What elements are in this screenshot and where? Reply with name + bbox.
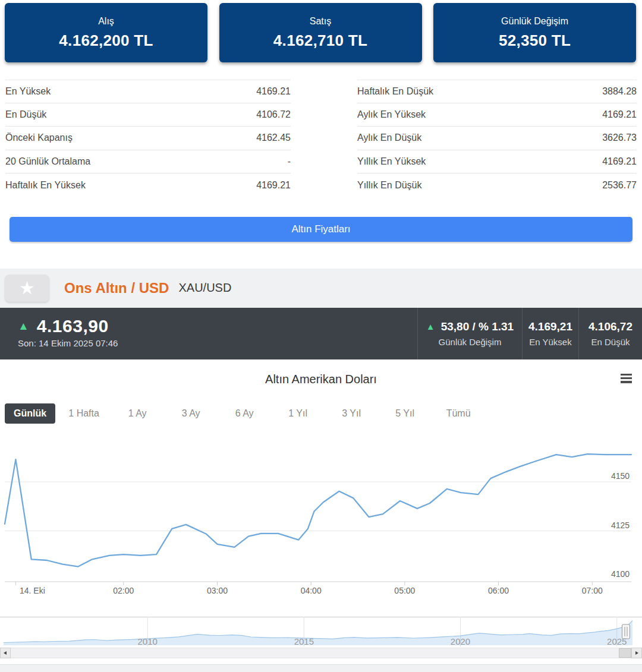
- stat-value: 4169.21: [256, 86, 291, 97]
- range-5year[interactable]: 5 Yıl: [378, 408, 432, 419]
- stat-label: Yıllık En Düşük: [357, 180, 421, 191]
- right-triangle-icon: [634, 651, 639, 655]
- svg-text:2010: 2010: [137, 636, 157, 646]
- range-selector: Günlük 1 Hafta 1 Ay 3 Ay 6 Ay 1 Yıl 3 Yı…: [5, 403, 642, 424]
- ticker-cells: ▲53,80 / % 1.31 Günlük Değişim 4.169,21 …: [417, 308, 642, 359]
- range-6month[interactable]: 6 Ay: [218, 408, 271, 419]
- star-icon: ★: [19, 279, 35, 297]
- stat-row: Haftalık En Yüksek4169.21: [5, 173, 291, 197]
- stat-label: Haftalık En Düşük: [357, 86, 433, 97]
- stat-label: Aylık En Yüksek: [357, 109, 426, 120]
- stat-row: En Yüksek4169.21: [5, 80, 291, 103]
- favorite-button[interactable]: ★: [5, 275, 49, 302]
- stat-value: -: [288, 156, 291, 167]
- range-1year[interactable]: 1 Yıl: [271, 408, 325, 419]
- scrollbar-left-arrow[interactable]: [0, 648, 11, 658]
- sell-price-label: Satış: [310, 16, 331, 27]
- stat-label: Yıllık En Yüksek: [357, 156, 426, 167]
- scrollbar-thumb[interactable]: [619, 648, 631, 658]
- stat-value: 4169.21: [256, 180, 291, 191]
- stat-label: 20 Günlük Ortalama: [5, 156, 90, 167]
- daily-change-value: 52,350 TL: [499, 31, 571, 50]
- daily-change-label: Günlük Değişim: [501, 16, 568, 27]
- range-3year[interactable]: 3 Yıl: [325, 408, 378, 419]
- day-low-value: 4.106,72: [588, 320, 632, 333]
- stat-label: Önceki Kapanış: [5, 132, 73, 143]
- navigator-handle[interactable]: [622, 624, 630, 639]
- stat-row: Önceki Kapanış4162.45: [5, 127, 291, 150]
- ticker-day-high: 4.169,21 En Yüksek: [522, 308, 578, 359]
- day-low-caption: En Düşük: [591, 337, 630, 347]
- stat-row: Yıllık En Yüksek4169.21: [357, 150, 637, 174]
- sell-price-value: 4.162,710 TL: [273, 31, 367, 50]
- daily-change-amount: 53,80 / % 1.31: [441, 320, 514, 333]
- svg-text:4150: 4150: [611, 471, 630, 481]
- stat-row: Aylık En Yüksek4169.21: [357, 103, 637, 127]
- buy-price-label: Alış: [98, 16, 114, 27]
- stat-value: 3626.73: [602, 132, 637, 143]
- intraday-line-chart[interactable]: 41004125415014. Eki02:0003:0004:0005:000…: [0, 434, 642, 601]
- sell-price-card: Satış 4.162,710 TL: [219, 3, 422, 62]
- range-all[interactable]: Tümü: [432, 408, 485, 419]
- up-arrow-icon: ▲: [426, 321, 435, 332]
- stat-value: 4169.21: [602, 156, 637, 167]
- svg-text:03:00: 03:00: [207, 586, 228, 595]
- chart-header: Altın Amerikan Doları: [0, 373, 642, 390]
- stat-row: En Düşük4106.72: [5, 103, 291, 127]
- summary-cards: Alış 4.162,200 TL Satış 4.162,710 TL Gün…: [0, 0, 642, 62]
- stat-value: 3884.28: [602, 86, 637, 97]
- svg-text:02:00: 02:00: [113, 586, 134, 595]
- chart-title: Altın Amerikan Doları: [0, 373, 642, 386]
- svg-text:14. Eki: 14. Eki: [20, 586, 45, 595]
- stat-label: En Düşük: [5, 109, 46, 120]
- day-high-value: 4.169,21: [528, 320, 572, 333]
- hamburger-menu-icon[interactable]: [621, 374, 632, 385]
- navigator-chart[interactable]: 2010201520202025: [0, 617, 642, 646]
- svg-text:05:00: 05:00: [394, 586, 415, 595]
- stat-value: 4106.72: [256, 109, 291, 120]
- stat-label: En Yüksek: [5, 86, 51, 97]
- left-triangle-icon: [3, 651, 8, 655]
- svg-text:2015: 2015: [294, 636, 314, 646]
- stat-value: 4162.45: [256, 132, 291, 143]
- stats-left-column: En Yüksek4169.21 En Düşük4106.72 Önceki …: [5, 80, 291, 197]
- range-3month[interactable]: 3 Ay: [164, 408, 218, 419]
- day-high-caption: En Yüksek: [529, 337, 571, 347]
- page-footer: [0, 664, 642, 672]
- chart-scrollbar[interactable]: [0, 648, 642, 658]
- ticker-daily-change: ▲53,80 / % 1.31 Günlük Değişim: [417, 308, 522, 359]
- last-price: 4.163,90: [37, 316, 109, 336]
- stat-row: Aylık En Düşük3626.73: [357, 127, 637, 150]
- svg-text:2020: 2020: [451, 636, 470, 646]
- daily-change-caption: Günlük Değişim: [439, 337, 502, 347]
- instrument-title: Ons Altın / USD: [64, 280, 169, 296]
- range-daily[interactable]: Günlük: [5, 403, 55, 424]
- svg-text:4125: 4125: [611, 520, 630, 529]
- stat-value: 4169.21: [602, 109, 637, 120]
- buy-price-value: 4.162,200 TL: [59, 31, 153, 50]
- stat-row: Yıllık En Düşük2536.77: [357, 173, 637, 197]
- svg-text:04:00: 04:00: [301, 586, 322, 595]
- instrument-code: XAU/USD: [178, 281, 231, 295]
- svg-text:07:00: 07:00: [582, 586, 603, 595]
- ticker-price-block: ▲ 4.163,90 Son: 14 Ekim 2025 07:46: [0, 308, 417, 359]
- svg-text:06:00: 06:00: [488, 586, 509, 595]
- ticker-day-low: 4.106,72 En Düşük: [578, 308, 642, 359]
- scrollbar-right-arrow[interactable]: [631, 648, 642, 658]
- svg-text:4100: 4100: [611, 569, 630, 579]
- buy-price-card: Alış 4.162,200 TL: [5, 3, 207, 62]
- stat-value: 2536.77: [602, 180, 637, 191]
- stat-row: Haftalık En Düşük3884.28: [357, 80, 637, 103]
- up-arrow-icon: ▲: [18, 320, 29, 333]
- daily-change-card: Günlük Değişim 52,350 TL: [433, 3, 636, 62]
- stat-row: 20 Günlük Ortalama-: [5, 150, 291, 174]
- stats-table: En Yüksek4169.21 En Düşük4106.72 Önceki …: [0, 80, 642, 197]
- stat-label: Haftalık En Yüksek: [5, 180, 86, 191]
- range-1month[interactable]: 1 Ay: [111, 408, 164, 419]
- stat-label: Aylık En Düşük: [357, 132, 421, 143]
- ticker-bar: ▲ 4.163,90 Son: 14 Ekim 2025 07:46 ▲53,8…: [0, 308, 642, 359]
- scrollbar-track[interactable]: [11, 648, 631, 658]
- last-update-time: Son: 14 Ekim 2025 07:46: [18, 338, 417, 348]
- range-1week[interactable]: 1 Hafta: [57, 408, 111, 419]
- gold-prices-button[interactable]: Altın Fiyatları: [10, 217, 632, 242]
